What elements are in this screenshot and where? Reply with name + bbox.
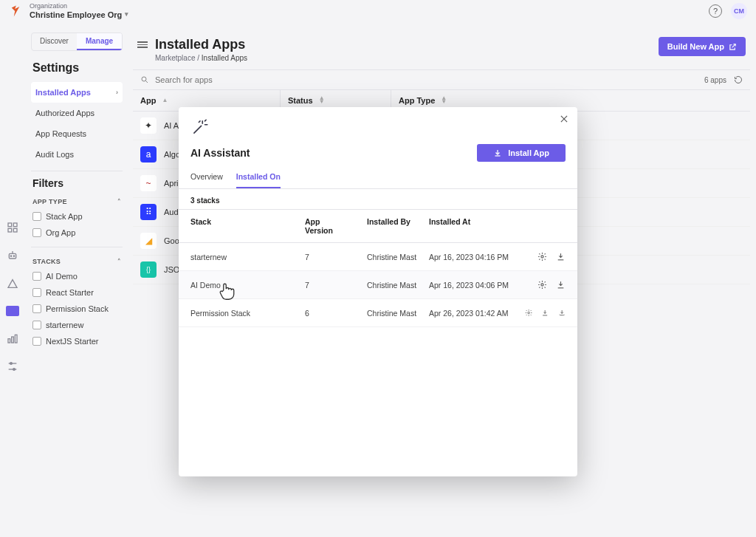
table-cell-version: 7 bbox=[293, 243, 355, 271]
modal-tabs: Overview Installed On bbox=[179, 165, 577, 189]
table-cell-version: 7 bbox=[293, 271, 355, 299]
app-detail-modal: AI Assistant Install App Overview Instal… bbox=[179, 107, 577, 476]
svg-line-21 bbox=[205, 120, 207, 121]
table-cell-stack[interactable]: AI Demo bbox=[179, 271, 293, 299]
download-icon bbox=[493, 148, 502, 157]
install-app-button[interactable]: Install App bbox=[477, 144, 566, 162]
svg-point-24 bbox=[541, 284, 543, 286]
table-cell-stack[interactable]: starternew bbox=[179, 243, 293, 271]
svg-point-25 bbox=[528, 312, 530, 314]
download-alt-icon[interactable] bbox=[558, 308, 566, 318]
col-stack: Stack bbox=[179, 209, 293, 243]
table-cell-by: Christine Mast... bbox=[355, 243, 417, 271]
modal-overlay: AI Assistant Install App Overview Instal… bbox=[0, 0, 756, 537]
tab-overview[interactable]: Overview bbox=[190, 172, 223, 188]
app-logo-icon bbox=[190, 117, 210, 137]
table-cell-stack[interactable]: Permission Stack bbox=[179, 299, 293, 327]
table-cell-by: Christine Mast... bbox=[355, 271, 417, 299]
download-icon[interactable] bbox=[556, 252, 566, 261]
table-cell-at: Apr 16, 2023 04:06 PM bbox=[417, 271, 513, 299]
gear-icon[interactable] bbox=[537, 252, 547, 261]
modal-title: AI Assistant bbox=[190, 147, 250, 159]
tab-installed-on[interactable]: Installed On bbox=[236, 172, 281, 188]
stacks-summary: 3 stacks bbox=[179, 189, 577, 209]
col-installed-by: Installed By bbox=[355, 209, 417, 243]
svg-point-23 bbox=[541, 256, 543, 258]
row-actions bbox=[513, 271, 577, 299]
row-actions bbox=[513, 243, 577, 271]
download-icon[interactable] bbox=[556, 280, 566, 290]
col-installed-at: Installed At bbox=[417, 209, 513, 243]
download-icon[interactable] bbox=[541, 308, 549, 318]
svg-line-18 bbox=[194, 126, 202, 133]
svg-line-22 bbox=[199, 121, 200, 123]
gear-icon[interactable] bbox=[525, 308, 532, 318]
row-actions bbox=[513, 299, 577, 327]
table-cell-by: Christine Mast... bbox=[355, 299, 417, 327]
modal-table: Stack App Version Installed By Installed… bbox=[179, 209, 577, 327]
table-cell-at: Apr 26, 2023 01:42 AM bbox=[417, 299, 513, 327]
gear-icon[interactable] bbox=[537, 280, 547, 290]
col-version: App Version bbox=[293, 209, 355, 243]
col-actions bbox=[513, 209, 577, 243]
table-cell-version: 6 bbox=[293, 299, 355, 327]
close-icon[interactable] bbox=[558, 113, 570, 125]
table-cell-at: Apr 16, 2023 04:16 PM bbox=[417, 243, 513, 271]
